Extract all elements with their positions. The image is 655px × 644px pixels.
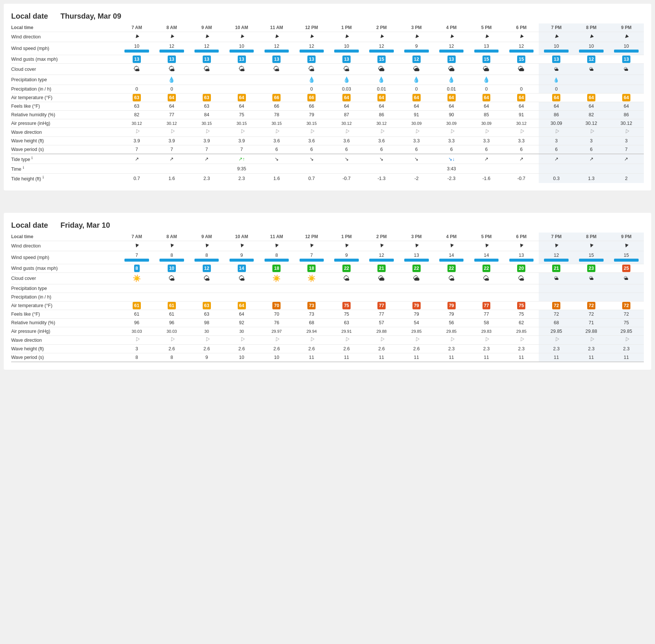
air-pressure-cell: 30.15 — [224, 119, 259, 128]
wind-gust-cell: 18 — [294, 264, 329, 273]
row-rel-humidity: Relative humidity (%)8277847578798786919… — [11, 111, 644, 119]
wind-gust-cell: 15 — [504, 55, 539, 64]
wave-dir-cell: △ — [259, 128, 294, 137]
time-cell: 5 PM — [469, 233, 504, 241]
tide-time-cell — [294, 164, 329, 174]
wind-speed-cell: 12 — [434, 42, 469, 55]
precip-type-cell — [154, 284, 189, 293]
row-wind-speed: Wind speed (mph)101212101212101291213121… — [11, 42, 644, 55]
time-cell: 8 AM — [154, 23, 189, 32]
precip-amount-cell: 0 — [469, 85, 504, 94]
cloud-cover-cell: 🌥 — [434, 64, 469, 75]
wind-dir-cell: ▲ — [119, 241, 154, 251]
tide-height-cell: -1.6 — [469, 174, 504, 183]
time-cell: 6 PM — [504, 233, 539, 241]
wind-dir-cell: ▲ — [469, 32, 504, 42]
tide-time-info-icon[interactable]: ℹ — [23, 165, 24, 170]
rel-humidity-cell: 86 — [364, 111, 399, 119]
feels-like-cell: 77 — [469, 310, 504, 319]
row-air-pressure: Air pressure (inHg)30.0330.03303029.9729… — [11, 327, 644, 336]
time-cell: 2 PM — [364, 233, 399, 241]
precip-type-cell: 💧 — [329, 75, 364, 85]
air-pressure-cell: 29.85 — [609, 327, 644, 336]
rel-humidity-cell: 90 — [434, 111, 469, 119]
precip-amount-cell — [609, 293, 644, 302]
air-temp-cell: 72 — [539, 302, 574, 310]
precip-amount-cell — [224, 293, 259, 302]
label-precip-type: Precipitation type — [11, 75, 119, 85]
time-cell: 4 PM — [434, 23, 469, 32]
label-feels-like: Feels like (°F) — [11, 102, 119, 111]
row-precip-amount: Precipitation (in / h) — [11, 293, 644, 302]
rel-humidity-cell: 85 — [469, 111, 504, 119]
cloud-cover-cell: 🌤 — [259, 64, 294, 75]
wave-period-cell: 11 — [434, 353, 469, 362]
feels-like-cell: 64 — [224, 102, 259, 111]
wave-dir-cell: △ — [329, 128, 364, 137]
rel-humidity-cell: 77 — [154, 111, 189, 119]
tide-height-cell: 1.6 — [259, 174, 294, 183]
feels-like-cell: 72 — [609, 310, 644, 319]
wave-height-cell: 3 — [539, 137, 574, 145]
label-wind-speed: Wind speed (mph) — [11, 42, 119, 55]
air-temp-cell: 64 — [399, 94, 434, 102]
label-cloud-cover: Cloud cover — [11, 273, 119, 284]
wind-dir-cell: ▲ — [154, 32, 189, 42]
wind-dir-cell: ▲ — [364, 241, 399, 251]
day-section-0: Local date Thursday, Mar 09Local time7 A… — [4, 4, 651, 190]
wind-gust-cell: 13 — [224, 55, 259, 64]
wind-speed-cell: 8 — [154, 251, 189, 264]
time-cell: 8 PM — [574, 23, 609, 32]
rel-humidity-cell: 71 — [574, 319, 609, 327]
label-rel-humidity: Relative humidity (%) — [11, 111, 119, 119]
row-wind-speed: Wind speed (mph)78898791213141413121515 — [11, 251, 644, 264]
precip-type-cell — [189, 284, 224, 293]
air-temp-cell: 64 — [224, 302, 259, 310]
precip-amount-cell — [574, 85, 609, 94]
tide-height-cell: -2.3 — [434, 174, 469, 183]
wind-gust-cell: 21 — [364, 264, 399, 273]
row-wind-direction: Wind direction▲▲▲▲▲▲▲▲▲▲▲▲▲▲▲ — [11, 32, 644, 42]
row-precip-amount: Precipitation (in / h)0000.030.0100.0100… — [11, 85, 644, 94]
rel-humidity-cell: 68 — [294, 319, 329, 327]
air-temp-cell: 70 — [259, 302, 294, 310]
air-temp-cell: 64 — [469, 94, 504, 102]
time-cell: 11 AM — [259, 23, 294, 32]
wave-height-cell: 3 — [609, 137, 644, 145]
feels-like-cell: 75 — [504, 310, 539, 319]
wave-period-cell: 7 — [224, 145, 259, 154]
row-wave-direction: Wave direction△△△△△△△△△△△△△△△ — [11, 128, 644, 137]
precip-type-cell: 💧 — [364, 75, 399, 85]
wave-period-cell: 7 — [609, 145, 644, 154]
time-cell: 9 PM — [609, 233, 644, 241]
wave-height-cell: 3.3 — [434, 137, 469, 145]
label-local-time: Local time — [11, 23, 119, 32]
wind-dir-cell: ▲ — [294, 32, 329, 42]
tide-height-info-icon[interactable]: ℹ — [42, 175, 44, 179]
air-temp-cell: 75 — [504, 302, 539, 310]
wave-height-cell: 3.9 — [119, 137, 154, 145]
precip-amount-cell — [119, 293, 154, 302]
wind-speed-cell: 8 — [189, 251, 224, 264]
air-pressure-cell: 29.85 — [399, 327, 434, 336]
wave-period-cell: 7 — [189, 145, 224, 154]
wave-dir-cell: △ — [364, 336, 399, 345]
wave-period-cell: 6 — [574, 145, 609, 154]
rel-humidity-cell: 68 — [539, 319, 574, 327]
cloud-cover-cell: 🌥 — [609, 64, 644, 75]
precip-type-cell — [329, 284, 364, 293]
rel-humidity-cell: 75 — [609, 319, 644, 327]
row-tide-time: Time ℹ9:353:43 — [11, 164, 644, 174]
tide-type-info-icon[interactable]: ℹ — [31, 156, 33, 160]
tide-time-cell: 3:43 — [434, 164, 469, 174]
row-precip-type: Precipitation type — [11, 284, 644, 293]
precip-amount-cell — [329, 293, 364, 302]
wave-period-cell: 11 — [294, 353, 329, 362]
precip-amount-cell: 0.03 — [329, 85, 364, 94]
tide-height-cell: 0.7 — [119, 174, 154, 183]
tide-height-cell: -2 — [399, 174, 434, 183]
label-rel-humidity: Relative humidity (%) — [11, 319, 119, 327]
rel-humidity-cell: 75 — [224, 111, 259, 119]
rel-humidity-cell: 82 — [574, 111, 609, 119]
tide-height-cell: 0.7 — [294, 174, 329, 183]
